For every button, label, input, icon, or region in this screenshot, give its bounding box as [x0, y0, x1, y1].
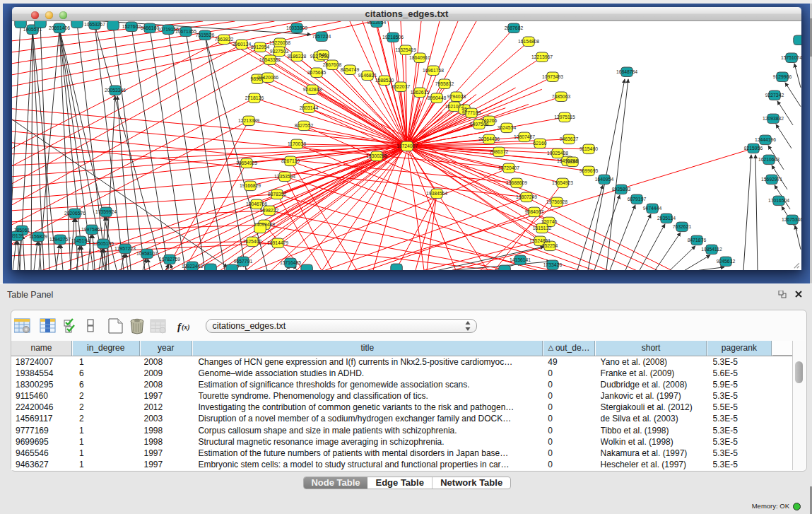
- svg-text:7515526: 7515526: [196, 33, 215, 37]
- svg-text:1145194: 1145194: [71, 238, 90, 243]
- svg-text:9115460: 9115460: [579, 146, 598, 151]
- svg-text:3675685: 3675685: [307, 70, 326, 75]
- svg-text:9242848: 9242848: [303, 87, 322, 92]
- svg-text:15720407: 15720407: [498, 165, 519, 170]
- svg-text:20691406: 20691406: [49, 25, 70, 30]
- svg-text:10653267: 10653267: [84, 22, 105, 27]
- svg-text:7632621: 7632621: [673, 224, 692, 229]
- svg-text:8990448: 8990448: [428, 95, 447, 100]
- svg-text:7986372: 7986372: [490, 149, 509, 154]
- svg-text:9327503: 9327503: [270, 49, 289, 54]
- svg-text:19654925: 19654925: [236, 160, 257, 165]
- svg-text:10688609: 10688609: [506, 180, 527, 185]
- svg-text:15716485: 15716485: [280, 260, 301, 265]
- svg-text:20053346: 20053346: [105, 88, 126, 93]
- svg-text:10671355: 10671355: [175, 29, 196, 34]
- svg-text:62160: 62160: [534, 141, 547, 146]
- svg-text:18724007: 18724007: [396, 144, 418, 148]
- svg-text:(x): (x): [182, 323, 190, 332]
- svg-text:6497508: 6497508: [470, 122, 489, 127]
- svg-text:13353594: 13353594: [274, 174, 295, 179]
- svg-text:17957223: 17957223: [114, 246, 136, 251]
- svg-text:8322037: 8322037: [392, 84, 411, 89]
- svg-text:3960124: 3960124: [233, 42, 252, 47]
- svg-text:14136141: 14136141: [510, 257, 531, 262]
- svg-text:9794028: 9794028: [447, 94, 466, 99]
- svg-text:10854112: 10854112: [701, 247, 722, 252]
- svg-text:9084067: 9084067: [525, 209, 544, 214]
- svg-text:13524851: 13524851: [529, 238, 551, 243]
- svg-text:1362615: 1362615: [411, 90, 430, 95]
- svg-text:9777169: 9777169: [462, 110, 481, 115]
- svg-text:7357224: 7357224: [312, 34, 331, 39]
- svg-text:3624554: 3624554: [498, 125, 517, 130]
- svg-text:9129966: 9129966: [773, 74, 792, 79]
- svg-text:11325419: 11325419: [395, 47, 416, 52]
- svg-text:2867608: 2867608: [323, 62, 342, 67]
- svg-text:14099489: 14099489: [254, 222, 275, 227]
- svg-text:9463627: 9463627: [560, 136, 579, 141]
- svg-text:2803144: 2803144: [300, 105, 319, 110]
- svg-text:120746: 120746: [541, 219, 558, 224]
- svg-text:1615132: 1615132: [533, 226, 552, 230]
- svg-text:2935114: 2935114: [657, 216, 676, 221]
- svg-text:8267110: 8267110: [281, 158, 300, 163]
- svg-text:23420046: 23420046: [257, 75, 278, 80]
- svg-text:7485063: 7485063: [552, 94, 571, 99]
- svg-text:9245612: 9245612: [717, 259, 736, 264]
- svg-text:13226058: 13226058: [269, 40, 290, 45]
- svg-text:19756928: 19756928: [546, 199, 567, 204]
- svg-text:19654923: 19654923: [552, 180, 573, 185]
- svg-text:1405571: 1405571: [23, 27, 42, 32]
- svg-text:8878352: 8878352: [268, 192, 287, 197]
- svg-text:785061: 785061: [14, 228, 30, 233]
- svg-text:12505135: 12505135: [93, 241, 114, 246]
- svg-text:16543382: 16543382: [259, 57, 281, 62]
- svg-text:16033809: 16033809: [286, 25, 307, 30]
- svg-text:17359924: 17359924: [95, 209, 117, 214]
- svg-text:9227342: 9227342: [765, 93, 784, 98]
- svg-text:8935893: 8935893: [612, 187, 631, 192]
- svg-text:19218506: 19218506: [382, 35, 404, 40]
- svg-text:19384554: 19384554: [426, 191, 447, 196]
- svg-text:1733426: 1733426: [543, 262, 563, 267]
- svg-text:12444196: 12444196: [755, 137, 776, 142]
- svg-text:20364436: 20364436: [478, 136, 500, 141]
- svg-text:9699695: 9699695: [579, 168, 599, 173]
- svg-text:7663822: 7663822: [215, 37, 234, 42]
- svg-text:12093832: 12093832: [763, 116, 784, 121]
- svg-text:10025438: 10025438: [547, 151, 568, 156]
- svg-text:16961758: 16961758: [423, 68, 444, 73]
- svg-text:17016504: 17016504: [768, 198, 789, 203]
- svg-text:8215956: 8215956: [744, 146, 763, 151]
- svg-text:12942757: 12942757: [49, 237, 71, 242]
- svg-text:9474444: 9474444: [643, 206, 662, 211]
- svg-text:1170038: 1170038: [288, 141, 306, 146]
- svg-text:1640954: 1640954: [595, 177, 614, 182]
- svg-text:9146821: 9146821: [358, 73, 377, 78]
- svg-text:2718126: 2718126: [245, 95, 264, 100]
- svg-text:39139: 39139: [12, 233, 24, 238]
- svg-text:8186328: 8186328: [288, 54, 307, 59]
- svg-text:8471876: 8471876: [688, 238, 707, 243]
- svg-text:12923448: 12923448: [182, 264, 203, 269]
- svg-text:6879197: 6879197: [628, 197, 647, 201]
- svg-text:6466160: 6466160: [141, 25, 160, 30]
- svg-text:8427552: 8427552: [295, 123, 314, 128]
- svg-text:16782759: 16782759: [159, 257, 180, 262]
- svg-text:12975115: 12975115: [554, 115, 575, 119]
- svg-text:5498222: 5498222: [260, 208, 279, 213]
- svg-text:7955812: 7955812: [435, 81, 454, 86]
- svg-text:10958107: 10958107: [136, 251, 158, 256]
- svg-text:12675346: 12675346: [782, 217, 801, 222]
- svg-text:19166829: 19166829: [240, 183, 261, 188]
- svg-text:546: 546: [319, 52, 327, 57]
- svg-text:20206576: 20206576: [64, 211, 86, 216]
- svg-text:18300295: 18300295: [366, 153, 387, 158]
- svg-text:9884: 9884: [567, 159, 577, 164]
- svg-text:1527602: 1527602: [122, 24, 141, 29]
- svg-text:16154808: 16154808: [518, 39, 539, 44]
- svg-text:15751074: 15751074: [781, 55, 801, 60]
- svg-text:9657791: 9657791: [234, 259, 253, 264]
- svg-text:1156829: 1156829: [29, 234, 47, 239]
